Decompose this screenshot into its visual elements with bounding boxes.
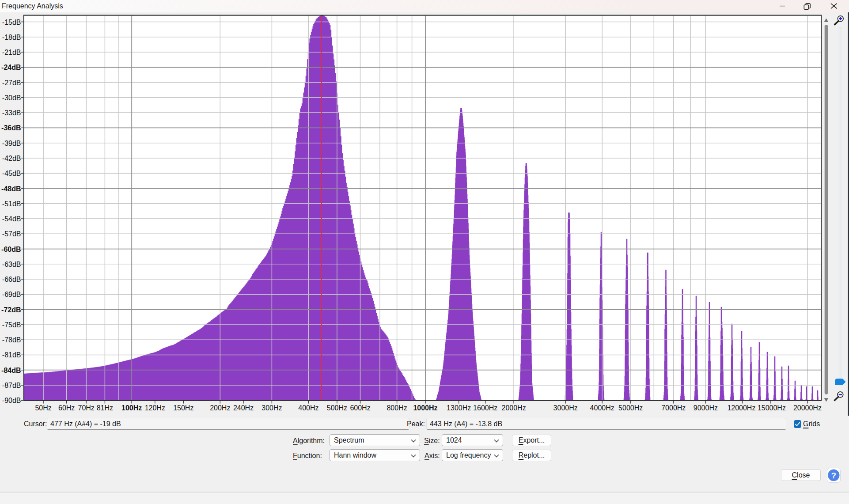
svg-text:300Hz: 300Hz xyxy=(262,404,282,412)
svg-text:120Hz: 120Hz xyxy=(145,404,165,412)
svg-text:1300Hz: 1300Hz xyxy=(447,404,471,412)
svg-text:15000Hz: 15000Hz xyxy=(758,404,786,412)
svg-text:-81dB: -81dB xyxy=(2,351,21,359)
svg-text:200Hz: 200Hz xyxy=(210,404,230,412)
svg-text:-87dB: -87dB xyxy=(2,382,21,389)
svg-text:-30dB: -30dB xyxy=(2,94,21,102)
svg-text:-66dB: -66dB xyxy=(2,276,21,283)
svg-text:5000Hz: 5000Hz xyxy=(618,404,643,412)
svg-text:50Hz: 50Hz xyxy=(35,404,51,412)
svg-text:-63dB: -63dB xyxy=(2,261,21,268)
svg-text:-18dB: -18dB xyxy=(2,34,21,41)
svg-text:600Hz: 600Hz xyxy=(350,404,370,412)
svg-text:-39dB: -39dB xyxy=(2,140,21,147)
svg-text:-51dB: -51dB xyxy=(2,200,21,208)
svg-text:9000Hz: 9000Hz xyxy=(694,404,718,412)
svg-text:?: ? xyxy=(831,471,836,480)
svg-text:-21dB: -21dB xyxy=(2,49,21,56)
svg-text:500Hz: 500Hz xyxy=(327,404,347,412)
svg-text:-15dB: -15dB xyxy=(2,19,21,26)
svg-text:-69dB: -69dB xyxy=(2,291,21,298)
svg-text:240Hz: 240Hz xyxy=(233,404,254,412)
svg-text:-48dB: -48dB xyxy=(1,185,21,193)
svg-text:100Hz: 100Hz xyxy=(121,404,142,412)
svg-text:70Hz: 70Hz xyxy=(78,404,95,412)
svg-text:800Hz: 800Hz xyxy=(387,404,407,412)
svg-text:-75dB: -75dB xyxy=(2,321,21,329)
svg-text:1000Hz: 1000Hz xyxy=(413,404,437,412)
svg-text:-72dB: -72dB xyxy=(1,306,21,314)
svg-text:2000Hz: 2000Hz xyxy=(502,404,526,412)
svg-text:-90dB: -90dB xyxy=(2,397,21,404)
svg-text:3000Hz: 3000Hz xyxy=(553,404,578,412)
svg-text:400Hz: 400Hz xyxy=(298,404,318,412)
svg-text:81Hz: 81Hz xyxy=(97,404,113,412)
svg-text:1600Hz: 1600Hz xyxy=(473,404,497,412)
svg-text:7000Hz: 7000Hz xyxy=(661,404,686,412)
svg-text:12000Hz: 12000Hz xyxy=(727,404,755,412)
svg-text:-84dB: -84dB xyxy=(1,367,21,374)
svg-text:-27dB: -27dB xyxy=(2,79,21,87)
svg-text:60Hz: 60Hz xyxy=(58,404,75,412)
svg-text:-57dB: -57dB xyxy=(2,230,21,238)
svg-text:-60dB: -60dB xyxy=(1,246,21,253)
svg-text:-33dB: -33dB xyxy=(2,109,21,117)
svg-text:-24dB: -24dB xyxy=(1,64,21,71)
svg-text:20000Hz: 20000Hz xyxy=(793,404,822,412)
svg-text:-42dB: -42dB xyxy=(2,155,21,162)
svg-text:4000Hz: 4000Hz xyxy=(590,404,614,412)
svg-text:-54dB: -54dB xyxy=(2,215,21,223)
svg-text:150Hz: 150Hz xyxy=(173,404,193,412)
svg-text:-36dB: -36dB xyxy=(1,124,21,132)
svg-text:-45dB: -45dB xyxy=(2,170,21,177)
svg-text:-78dB: -78dB xyxy=(2,336,21,344)
